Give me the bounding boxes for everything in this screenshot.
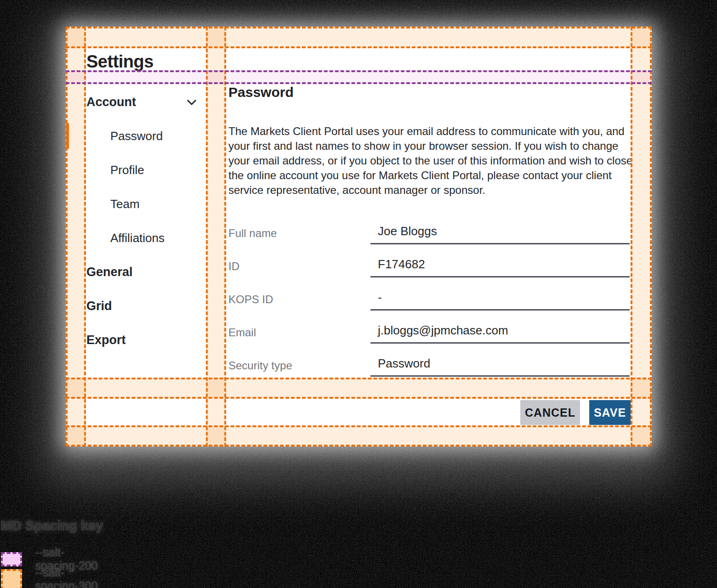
spacing-band-content-bottom (66, 378, 652, 399)
sidebar-item-profile[interactable]: Profile (86, 159, 202, 181)
field-label: Security type (228, 359, 292, 372)
spacing-band-title-gap (66, 70, 652, 84)
form-row-full-name: Full name Joe Bloggs (228, 220, 631, 244)
sidebar-item-label: Team (110, 197, 140, 211)
page-background: Settings Account Password Profile Team A… (0, 0, 717, 588)
full-name-field[interactable]: Joe Bloggs (370, 220, 630, 244)
sidebar-item-export[interactable]: Export (86, 329, 202, 351)
sidebar-item-label: Profile (110, 163, 144, 177)
sidebar-item-label: Export (86, 333, 126, 347)
email-field[interactable]: j.bloggs@jpmchase.com (370, 319, 630, 344)
sidebar-item-general[interactable]: General (86, 261, 202, 283)
section-heading: Password (228, 85, 294, 100)
field-label: ID (228, 260, 239, 273)
legend-item-spacing-300: --salt-spacing-300 (1, 566, 103, 588)
field-label: Email (228, 326, 256, 339)
sidebar-item-account[interactable]: Account (86, 91, 202, 113)
security-type-field[interactable]: Password (370, 352, 630, 377)
sidebar-item-label: Account (86, 95, 136, 109)
save-button[interactable]: SAVE (589, 400, 631, 425)
cancel-button[interactable]: CANCEL (520, 400, 580, 425)
sidebar-item-affiliations[interactable]: Affiliations (86, 227, 202, 249)
spacing-band-bottom (66, 425, 652, 447)
field-label: Full name (228, 227, 277, 240)
spacing-band-left (66, 27, 86, 447)
spacing-band-sidebar-gap (206, 27, 226, 447)
kops-id-field[interactable]: - (370, 286, 630, 311)
form-row-id: ID F174682 (228, 253, 631, 277)
form-row-kops-id: KOPS ID - (228, 286, 631, 311)
form-row-email: Email j.bloggs@jpmchase.com (228, 319, 631, 344)
active-item-indicator (66, 123, 69, 149)
sidebar-item-password[interactable]: Password (86, 125, 202, 147)
sidebar-item-team[interactable]: Team (86, 193, 202, 215)
sidebar-item-label: General (86, 265, 133, 279)
section-description: The Markets Client Portal uses your emai… (228, 124, 633, 198)
spacing-200-swatch (1, 552, 22, 566)
field-label: KOPS ID (228, 293, 273, 306)
chevron-down-icon (186, 96, 198, 107)
settings-dialog: Settings Account Password Profile Team A… (66, 27, 652, 447)
sidebar-item-label: Password (110, 129, 163, 143)
form-row-security-type: Security type Password (228, 352, 631, 377)
spacing-300-swatch (1, 569, 22, 588)
spacing-band-top (66, 27, 652, 48)
dialog-title: Settings (86, 51, 154, 72)
sidebar-item-label: Grid (86, 299, 112, 313)
legend-label: --salt-spacing-300 (35, 566, 103, 588)
spacing-band-right (631, 27, 652, 447)
spacing-key-legend: MD Spacing key --salt-spacing-200 --salt… (1, 518, 103, 533)
id-field[interactable]: F174682 (370, 253, 630, 277)
sidebar-item-grid[interactable]: Grid (86, 295, 202, 317)
legend-title: MD Spacing key (1, 518, 103, 533)
sidebar-item-label: Affiliations (110, 231, 165, 245)
